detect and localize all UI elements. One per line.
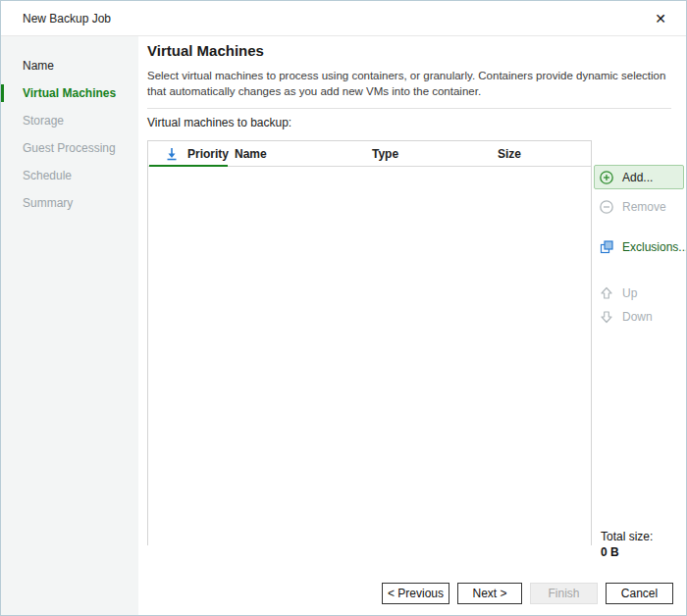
sort-descending-icon[interactable] bbox=[164, 146, 180, 162]
active-step-indicator bbox=[1, 84, 4, 102]
sidebar-item-label: Virtual Machines bbox=[23, 86, 116, 100]
column-header-priority[interactable]: Priority bbox=[187, 147, 229, 161]
remove-button[interactable]: Remove bbox=[594, 196, 684, 218]
previous-button[interactable]: < Previous bbox=[382, 583, 449, 604]
sidebar-item-label: Name bbox=[23, 59, 54, 73]
exclusions-icon bbox=[599, 239, 614, 255]
page-description: Select virtual machines to process using… bbox=[147, 68, 672, 99]
sidebar-item-label: Storage bbox=[23, 114, 64, 128]
add-button-label: Add... bbox=[622, 171, 653, 184]
exclusions-button-label: Exclusions... bbox=[622, 240, 687, 254]
divider bbox=[147, 108, 671, 109]
close-icon[interactable]: ✕ bbox=[651, 9, 670, 28]
wizard-footer: < Previous Next > Finish Cancel bbox=[382, 583, 673, 604]
exclusions-button[interactable]: Exclusions... bbox=[594, 236, 684, 258]
remove-button-label: Remove bbox=[622, 200, 666, 214]
total-size-value: 0 B bbox=[601, 545, 653, 559]
sidebar-item-label: Schedule bbox=[23, 169, 72, 182]
sidebar-item-label: Summary bbox=[23, 196, 73, 210]
sidebar-item-storage[interactable]: Storage bbox=[1, 107, 138, 134]
sidebar-item-guest-processing[interactable]: Guest Processing bbox=[1, 134, 138, 162]
up-arrow-icon bbox=[599, 285, 614, 301]
column-header-size[interactable]: Size bbox=[498, 147, 521, 161]
sidebar-item-virtual-machines[interactable]: Virtual Machines bbox=[1, 79, 138, 107]
window-title: New Backup Job bbox=[23, 12, 111, 26]
column-header-name[interactable]: Name bbox=[235, 147, 267, 161]
total-size-label: Total size: bbox=[601, 530, 653, 543]
vm-table-header: Priority Name Type Size bbox=[148, 141, 591, 167]
new-backup-job-dialog: New Backup Job ✕ Name Virtual Machines S… bbox=[0, 0, 687, 616]
sorted-column-underline bbox=[149, 165, 228, 167]
finish-button[interactable]: Finish bbox=[530, 583, 598, 604]
cancel-button[interactable]: Cancel bbox=[606, 583, 673, 604]
next-button[interactable]: Next > bbox=[457, 583, 522, 604]
sidebar-item-summary[interactable]: Summary bbox=[1, 189, 138, 217]
down-button-label: Down bbox=[622, 310, 653, 324]
remove-circle-icon bbox=[599, 199, 614, 215]
sidebar-item-label: Guest Processing bbox=[23, 141, 116, 155]
wizard-page-content: Virtual Machines Select virtual machines… bbox=[138, 36, 686, 616]
vm-table: Priority Name Type Size bbox=[147, 140, 592, 545]
add-circle-icon bbox=[599, 170, 614, 185]
vm-table-body-empty[interactable] bbox=[148, 167, 591, 545]
vm-table-label: Virtual machines to backup: bbox=[147, 116, 291, 129]
total-size: Total size: 0 B bbox=[601, 530, 653, 559]
add-button[interactable]: Add... bbox=[594, 165, 684, 189]
sidebar-item-schedule[interactable]: Schedule bbox=[1, 162, 138, 189]
down-arrow-icon bbox=[599, 309, 614, 325]
wizard-steps-sidebar: Name Virtual Machines Storage Guest Proc… bbox=[1, 36, 138, 616]
up-button[interactable]: Up bbox=[594, 282, 684, 304]
down-button[interactable]: Down bbox=[594, 306, 684, 328]
title-bar: New Backup Job ✕ bbox=[1, 1, 686, 36]
column-header-type[interactable]: Type bbox=[372, 147, 398, 161]
sidebar-item-name[interactable]: Name bbox=[1, 52, 138, 79]
page-title: Virtual Machines bbox=[147, 42, 264, 59]
up-button-label: Up bbox=[622, 286, 637, 300]
